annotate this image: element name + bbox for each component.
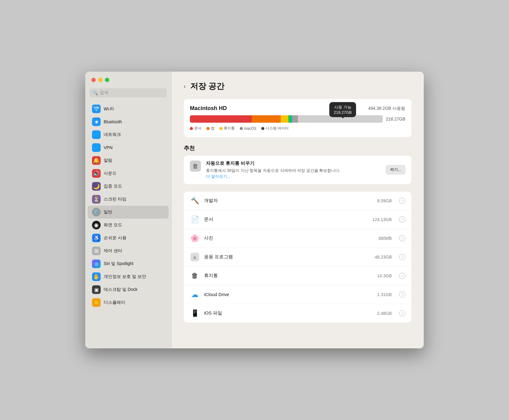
storage-list-item-developer[interactable]: 🔨 개발자 8.09GB i [184,192,411,210]
bar-apps [252,115,281,123]
legend-label-trash: 휴지통 [224,126,235,131]
sidebar-label-general: 일반 [104,209,112,215]
legend-label-documents: 문서 [194,126,202,131]
storage-bar-container: 218.27GB [190,115,405,123]
ios-size: 2.48GB [377,311,392,316]
developer-info-button[interactable]: i [399,198,405,204]
rec-button[interactable]: 켜기... [386,165,405,174]
tooltip-line2: 218.27GB [334,110,352,115]
tooltip-bubble: 사용 가능 218.27GB [329,102,356,117]
sidebar-item-desktop[interactable]: ▣ 데스크탑 및 Dock [88,283,169,296]
storage-list-item-trash[interactable]: 🗑 휴지통 14.3GB i [184,267,411,285]
legend-item-apps: 앱 [206,126,214,131]
recommendation-card: 🗑 자동으로 휴지통 비우기 휴지통에서 30일이 지난 항목을 자동으로 삭제… [184,156,411,184]
legend-item-documents: 문서 [190,126,202,131]
rec-content: 자동으로 휴지통 비우기 휴지통에서 30일이 지난 항목을 자동으로 삭제하여… [206,160,381,179]
disk-name: Macintosh HD [190,105,227,112]
sidebar-item-network[interactable]: 🌐 네트워크 [88,128,169,141]
developer-size: 8.09GB [377,198,392,203]
sidebar-item-general[interactable]: ⚙️ 일반 [88,206,169,219]
wifi-icon [92,105,101,113]
bar-documents [190,115,252,123]
storage-list-item-icloud[interactable]: ☁ iCloud Drive 1.31GB i [184,285,411,304]
alarm-icon: 🔔 [92,156,101,165]
legend-label-macos: macOS [244,126,256,131]
svg-text:A: A [193,255,196,260]
developer-icon: 🔨 [190,196,200,206]
sidebar-item-control[interactable]: ⊞ 제어 센터 [88,244,169,257]
disk-info: 494.38 2GB 사용됨 [368,106,405,111]
traffic-lights [85,78,171,88]
storage-list-item-documents[interactable]: 📄 문서 124.13GB i [184,210,411,229]
back-button[interactable]: ‹ [184,83,186,90]
sidebar-label-displaysetting: 디스플레이 [104,300,125,305]
sidebar-item-screentime[interactable]: ⏳ 스크린 타임 [88,193,169,206]
icloud-info-button[interactable]: i [399,291,405,298]
storage-list-item-photos[interactable]: 🌸 사진 380MB i [184,229,411,248]
sidebar-label-displaymode: 화면 모드 [104,222,122,228]
sidebar-label-accessibility: 손쉬운 사용 [104,235,126,241]
storage-card: 사용 가능 218.27GB Macintosh HD 494.38 2GB 사… [184,99,411,137]
search-input[interactable]: 검색 [100,90,108,96]
storage-list: 🔨 개발자 8.09GB i 📄 문서 124.13GB i 🌸 사진 380M… [184,192,411,323]
icloud-name: iCloud Drive [204,292,373,297]
apps-info-button[interactable]: i [399,254,405,260]
sidebar-item-alarm[interactable]: 🔔 알림 [88,154,169,167]
storage-bar-label: 218.27GB [386,117,405,121]
bar-trash [281,115,288,123]
sidebar-item-wifi[interactable]: Wi-Fi [88,102,169,115]
siri-icon: ◎ [92,260,101,268]
network-icon: 🌐 [92,130,101,139]
photos-name: 사진 [204,235,374,241]
legend-label-sysdata: 시스템 데이터 [266,126,289,131]
legend-dot-trash [219,127,222,130]
apps-name: 응용 프로그램 [204,254,371,260]
sidebar-item-accessibility[interactable]: ♿ 손쉬운 사용 [88,232,169,244]
disk-total: 494.38 [368,106,381,111]
storage-legend: 문서 앱 휴지통 macOS 시스템 데이터 [190,126,405,131]
tooltip-line1: 사용 가능 [334,105,352,110]
rec-link[interactable]: 더 알아보기... [206,174,381,179]
ios-info-button[interactable]: i [399,310,405,316]
sidebar-label-screentime: 스크린 타임 [104,196,126,202]
photos-info-button[interactable]: i [399,235,405,241]
storage-list-item-apps[interactable]: A 응용 프로그램 48.23GB i [184,248,411,267]
close-button[interactable] [91,78,96,82]
privacy-icon: ✋ [92,272,101,281]
rec-desc: 휴지통에서 30일이 지난 항목을 자동으로 삭제하여 저장 공간을 확보합니다… [206,168,381,174]
icloud-icon: ☁ [190,290,200,299]
legend-dot-documents [190,127,193,130]
sidebar-item-displaysetting[interactable]: ☀️ 디스플레이 [88,296,169,309]
legend-dot-sysdata [261,127,264,130]
sidebar-item-focus[interactable]: 🌙 집중 모드 [88,180,169,193]
trash-size: 14.3GB [377,273,392,278]
documents-info-button[interactable]: i [399,216,405,223]
trash-name: 휴지통 [204,273,373,279]
sidebar-label-focus: 집중 모드 [104,184,122,189]
general-icon: ⚙️ [92,208,101,216]
sidebar-item-sound[interactable]: 🔊 사운드 [88,167,169,180]
main-window: 🔍 검색 Wi-Fi ∗ [85,72,424,348]
legend-dot-macos [240,127,243,130]
sidebar-item-privacy[interactable]: ✋ 개인정보 보호 및 보안 [88,270,169,283]
sidebar-label-desktop: 데스크탑 및 Dock [104,287,138,292]
bluetooth-icon: ∗ [92,117,101,126]
search-icon: 🔍 [93,90,98,95]
trash-info-button[interactable]: i [399,273,405,279]
storage-list-item-ios[interactable]: 📱 iOS 파일 2.48GB i [184,304,411,323]
search-bar[interactable]: 🔍 검색 [90,88,167,97]
sidebar-label-vpn: VPN [104,145,113,150]
page-title: 저장 공간 [190,81,224,92]
sidebar-item-siri[interactable]: ◎ Siri 및 Spotlight [88,257,169,270]
accessibility-icon: ♿ [92,234,101,242]
sidebar-item-vpn[interactable]: 🌐 VPN [88,141,169,154]
developer-name: 개발자 [204,198,373,204]
legend-dot-apps [206,127,210,130]
minimize-button[interactable] [98,78,102,82]
rec-trash-icon: 🗑 [190,160,201,172]
maximize-button[interactable] [105,78,109,82]
sidebar-item-bluetooth[interactable]: ∗ Bluetooth [88,115,169,128]
sidebar-item-displaymode[interactable]: ◉ 화면 모드 [88,219,169,232]
sidebar-label-wifi: Wi-Fi [104,106,114,111]
bar-macos [292,115,298,123]
